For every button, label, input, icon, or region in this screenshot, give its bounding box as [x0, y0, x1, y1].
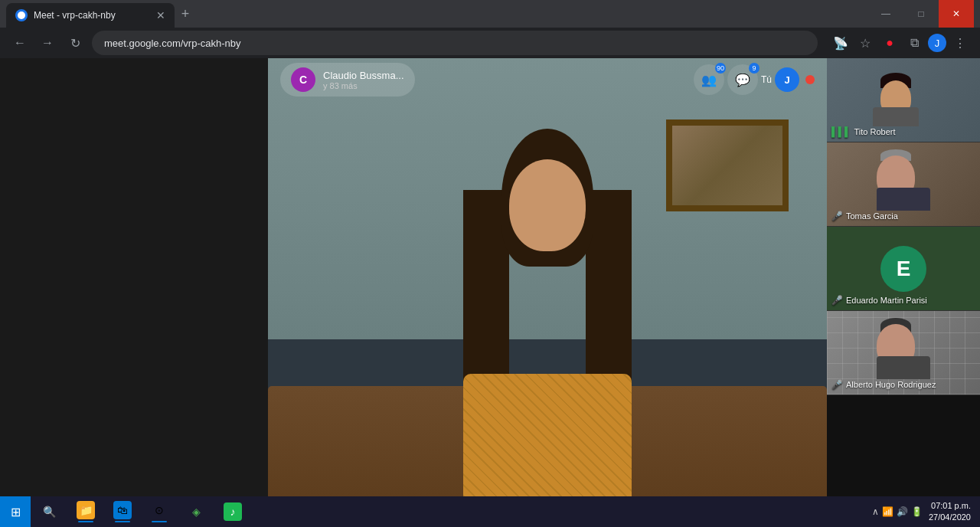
- cast-icon[interactable]: 📡: [830, 32, 851, 54]
- taskbar-file-explorer[interactable]: 📁: [67, 496, 104, 527]
- more-participants: y 83 más: [323, 81, 404, 90]
- refresh-button[interactable]: ↻: [64, 32, 86, 54]
- main-video: ··· Lucila Canoni: [268, 58, 827, 527]
- tito-name: Tito Robert: [854, 127, 896, 136]
- bookmark-icon[interactable]: ☆: [854, 32, 876, 54]
- menu-icon[interactable]: ⋮: [949, 32, 971, 54]
- left-panel: [0, 58, 268, 527]
- store-icon: 🛍: [113, 501, 132, 519]
- maximize-button[interactable]: □: [903, 0, 939, 28]
- active-tab[interactable]: Meet - vrp-cakh-nby ✕: [6, 3, 175, 28]
- alberto-name: Alberto Hugo Rodriguez: [846, 380, 936, 389]
- taskbar-spotify[interactable]: ♪: [214, 496, 251, 527]
- tu-avatar[interactable]: J: [775, 67, 799, 92]
- alberto-figure: [877, 318, 930, 379]
- eduardo-avatar: E: [880, 246, 926, 292]
- tito-figure: [880, 73, 926, 126]
- recording-dot: [805, 75, 815, 84]
- sidebar-participant-tomas: 🎤 Tomas Garcia: [827, 142, 980, 227]
- taskbar-app4[interactable]: ◈: [178, 496, 214, 527]
- profile-icon[interactable]: J: [928, 34, 946, 52]
- tab-title: Meet - vrp-cakh-nby: [34, 10, 150, 21]
- taskbar: ⊞ 🔍 📁 🛍 ⊙ ◈ ♪ ∧ 📶 🔊 🔋 07:01 p.m.: [0, 496, 980, 527]
- tab-favicon: [15, 9, 28, 21]
- tito-audio-icon: ▌▌▌: [831, 126, 851, 137]
- tomas-name: Tomas Garcia: [846, 211, 898, 221]
- spotify-icon: ♪: [224, 502, 242, 521]
- tito-body: [873, 107, 919, 126]
- eduardo-muted-icon: 🎤: [831, 295, 843, 306]
- taskbar-store[interactable]: 🛍: [104, 496, 141, 527]
- chrome-indicator: [152, 521, 167, 522]
- network-icon: 📶: [882, 506, 893, 517]
- participants-badge: 90: [715, 63, 726, 74]
- start-button[interactable]: ⊞: [0, 496, 31, 527]
- tab-close-button[interactable]: ✕: [156, 9, 165, 21]
- window-controls: — □ ✕: [868, 0, 974, 28]
- chat-icon: 💬: [735, 73, 750, 87]
- back-button[interactable]: ←: [9, 32, 31, 54]
- taskbar-search[interactable]: 🔍: [31, 496, 67, 527]
- taskbar-chrome[interactable]: ⊙: [141, 496, 178, 527]
- person-head: [509, 159, 586, 251]
- clock-date: 27/04/2020: [929, 512, 971, 523]
- participants-icon: 👥: [701, 73, 717, 87]
- person-overlay: [268, 58, 827, 527]
- tomas-figure: [877, 149, 930, 211]
- meet-main-area: ··· Lucila Canoni C Claudio Bussma... y …: [0, 58, 980, 527]
- host-avatar: C: [291, 67, 315, 92]
- tu-section: Tú J: [761, 67, 815, 92]
- app4-icon: ◈: [187, 502, 205, 521]
- eduardo-name: Eduardo Martin Parisi: [846, 296, 927, 305]
- taskbar-system-tray: ∧ 📶 🔊 🔋 07:01 p.m. 27/04/2020: [872, 500, 980, 524]
- tray-up-icon[interactable]: ∧: [872, 506, 879, 517]
- alberto-muted-icon: 🎤: [831, 379, 843, 390]
- chat-badge: 9: [749, 63, 760, 74]
- tito-name-label: ▌▌▌ Tito Robert: [831, 126, 896, 137]
- url-text: meet.google.com/vrp-cakh-nby: [104, 38, 240, 49]
- clock-time: 07:01 p.m.: [929, 500, 971, 512]
- url-bar[interactable]: meet.google.com/vrp-cakh-nby: [92, 31, 818, 55]
- participants-button[interactable]: 👥 90: [694, 64, 724, 95]
- meet-top-bar: C Claudio Bussma... y 83 más 👥 90 💬 9 Tú…: [268, 58, 827, 101]
- alberto-name-label: 🎤 Alberto Hugo Rodriguez: [831, 379, 936, 390]
- store-indicator: [115, 521, 130, 522]
- browser-chrome: Meet - vrp-cakh-nby ✕ + — □ ✕ ← → ↻ meet…: [0, 0, 980, 58]
- tu-label: Tú: [761, 74, 772, 85]
- tab-bar: Meet - vrp-cakh-nby ✕ + — □ ✕: [0, 0, 980, 28]
- tomas-body: [877, 188, 930, 211]
- host-name: Claudio Bussma...: [323, 70, 404, 81]
- person-body: [417, 113, 678, 527]
- search-taskbar-icon: 🔍: [40, 502, 58, 521]
- folder-icon: 📁: [77, 501, 95, 519]
- chat-button[interactable]: 💬 9: [727, 64, 758, 95]
- meeting-info-texts: Claudio Bussma... y 83 más: [323, 70, 404, 90]
- meeting-info[interactable]: C Claudio Bussma... y 83 más: [280, 63, 415, 97]
- taskbar-app-icons: 🔍 📁 🛍 ⊙ ◈ ♪: [31, 496, 251, 527]
- sidebar-participant-eduardo: E 🎤 Eduardo Martin Parisi: [827, 227, 980, 311]
- forward-button[interactable]: →: [37, 32, 58, 54]
- browser-toolbar: 📡 ☆ ● ⧉ J ⋮: [830, 32, 971, 54]
- sidebar-participant-alberto: 🎤 Alberto Hugo Rodriguez: [827, 311, 980, 395]
- alberto-body: [877, 356, 930, 379]
- battery-icon: 🔋: [911, 506, 923, 517]
- new-tab-button[interactable]: +: [175, 3, 196, 25]
- opera-icon[interactable]: ●: [879, 32, 900, 54]
- eduardo-name-label: 🎤 Eduardo Martin Parisi: [831, 295, 927, 306]
- address-bar: ← → ↻ meet.google.com/vrp-cakh-nby 📡 ☆ ●…: [0, 28, 980, 58]
- tomas-name-label: 🎤 Tomas Garcia: [831, 211, 898, 221]
- chrome-icon: ⊙: [150, 501, 168, 519]
- windows-icon: ⊞: [11, 505, 21, 519]
- extensions-icon[interactable]: ⧉: [903, 32, 925, 54]
- right-sidebar: ▌▌▌ Tito Robert 🎤 Tomas Garcia E: [827, 58, 980, 527]
- tomas-muted-icon: 🎤: [831, 211, 843, 221]
- sidebar-participant-tito: ▌▌▌ Tito Robert: [827, 58, 980, 142]
- system-clock[interactable]: 07:01 p.m. 27/04/2020: [926, 500, 974, 524]
- meet-controls-right: 👥 90 💬 9 Tú J: [694, 64, 815, 95]
- close-button[interactable]: ✕: [939, 0, 974, 28]
- minimize-button[interactable]: —: [868, 0, 903, 28]
- explorer-indicator: [78, 521, 93, 522]
- volume-icon[interactable]: 🔊: [897, 506, 908, 517]
